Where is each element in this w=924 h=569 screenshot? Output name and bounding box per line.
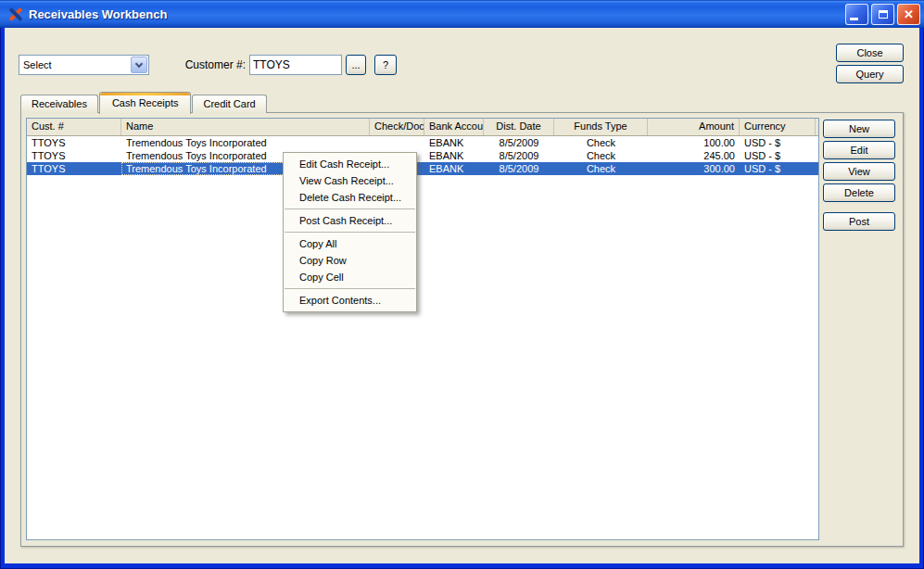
window-title: Receivables Workbench	[29, 7, 845, 21]
menu-separator	[285, 288, 415, 289]
column-header-name[interactable]: Name	[121, 119, 370, 135]
table-row[interactable]: TTOYSTremendous Toys IncorporatedEBANK8/…	[27, 136, 818, 149]
select-dropdown-value: Select	[19, 59, 131, 70]
context-menu: Edit Cash Receipt...View Cash Receipt...…	[283, 152, 417, 312]
column-header-bank-accou[interactable]: Bank Accou	[424, 119, 484, 135]
chevron-down-icon	[135, 59, 143, 67]
customer-help-button[interactable]: ?	[374, 55, 397, 75]
maximize-button[interactable]	[871, 4, 894, 25]
table-cell[interactable]: Tremendous Toys Incorporated	[121, 136, 370, 149]
table-row[interactable]: TTOYSTremendous Toys IncorporatedEBANK8/…	[27, 162, 818, 175]
tab-credit-card[interactable]: Credit Card	[192, 95, 266, 113]
post-button[interactable]: Post	[823, 212, 895, 231]
column-header-filler	[816, 119, 819, 135]
menu-separator	[285, 209, 415, 209]
customer-browse-button[interactable]: ...	[346, 55, 366, 75]
table-cell[interactable]: USD - $	[740, 162, 816, 175]
menu-item-post-cash-receipt[interactable]: Post Cash Receipt...	[284, 212, 416, 229]
column-header-currency[interactable]: Currency	[740, 119, 816, 135]
menu-separator	[285, 232, 415, 233]
table-cell[interactable]: TTOYS	[27, 162, 121, 175]
column-header-check-doc[interactable]: Check/Doc	[370, 119, 424, 135]
table-cell[interactable]: 8/5/2009	[484, 136, 554, 149]
menu-item-view-cash-receipt[interactable]: View Cash Receipt...	[284, 172, 416, 189]
close-button[interactable]: Close	[836, 44, 904, 62]
delete-button[interactable]: Delete	[823, 183, 895, 202]
column-header-funds-type[interactable]: Funds Type	[554, 119, 648, 135]
table-cell[interactable]: 300.00	[648, 162, 740, 175]
client-area: Select Customer #: ... ? Close Query Rec…	[5, 28, 919, 563]
menu-item-delete-cash-receipt[interactable]: Delete Cash Receipt...	[284, 189, 416, 206]
table-cell[interactable]: 8/5/2009	[484, 162, 554, 175]
view-button[interactable]: View	[823, 162, 895, 181]
table-cell[interactable]: EBANK	[424, 162, 484, 175]
column-header-cust[interactable]: Cust. #	[27, 119, 121, 135]
tab-cash-receipts[interactable]: Cash Receipts	[99, 92, 192, 114]
table-cell[interactable]: 245.00	[648, 149, 740, 162]
table-row[interactable]: TTOYSTremendous Toys IncorporatedEBANK8/…	[27, 149, 818, 162]
table-cell[interactable]: EBANK	[424, 136, 484, 149]
tab-receivables[interactable]: Receivables	[20, 95, 98, 113]
select-dropdown[interactable]: Select	[19, 55, 149, 75]
table-body: TTOYSTremendous Toys IncorporatedEBANK8/…	[27, 136, 818, 175]
customer-number-label: Customer #:	[148, 58, 246, 71]
menu-item-export-contents[interactable]: Export Contents...	[284, 292, 416, 309]
menu-item-copy-row[interactable]: Copy Row	[284, 252, 416, 269]
table-cell[interactable]: USD - $	[740, 149, 816, 162]
table-cell[interactable]: TTOYS	[27, 136, 121, 149]
app-window: Receivables Workbench ✕ Select Customer …	[0, 0, 924, 569]
titlebar[interactable]: Receivables Workbench ✕	[0, 0, 924, 28]
new-button[interactable]: New	[823, 120, 895, 138]
table-cell[interactable]: TTOYS	[27, 149, 121, 162]
close-icon: ✕	[904, 8, 914, 20]
column-header-dist-date[interactable]: Dist. Date	[484, 119, 554, 135]
tab-page-cash-receipts: Cust. #NameCheck/DocBank AccouDist. Date…	[20, 112, 904, 547]
menu-item-edit-cash-receipt[interactable]: Edit Cash Receipt...	[284, 156, 416, 172]
table-cell[interactable]: 8/5/2009	[484, 149, 554, 162]
minimize-icon	[850, 18, 858, 20]
app-logo-icon	[7, 6, 23, 22]
action-button-column: NewEditViewDeletePost	[823, 120, 895, 231]
table-cell[interactable]: USD - $	[740, 136, 816, 149]
table-cell[interactable]: Check	[554, 162, 648, 175]
column-header-amount[interactable]: Amount	[648, 119, 740, 135]
maximize-icon	[879, 10, 888, 19]
close-window-button[interactable]: ✕	[897, 4, 920, 25]
table-cell[interactable]: Check	[554, 136, 648, 149]
query-button[interactable]: Query	[836, 65, 904, 83]
cash-receipts-table[interactable]: Cust. #NameCheck/DocBank AccouDist. Date…	[26, 118, 819, 540]
customer-number-input[interactable]	[249, 55, 342, 75]
table-cell[interactable]: 100.00	[648, 136, 740, 149]
select-dropdown-button[interactable]	[131, 57, 147, 73]
table-cell[interactable]: Check	[554, 149, 648, 162]
table-cell[interactable]: EBANK	[424, 149, 484, 162]
table-header-row: Cust. #NameCheck/DocBank AccouDist. Date…	[27, 119, 818, 136]
tab-bar: ReceivablesCash ReceiptsCredit Card	[20, 91, 268, 113]
menu-item-copy-cell[interactable]: Copy Cell	[284, 269, 416, 285]
window-controls: ✕	[845, 4, 920, 25]
table-cell[interactable]	[370, 136, 424, 149]
edit-button[interactable]: Edit	[823, 141, 895, 159]
minimize-button[interactable]	[845, 4, 868, 25]
menu-item-copy-all[interactable]: Copy All	[284, 235, 416, 252]
